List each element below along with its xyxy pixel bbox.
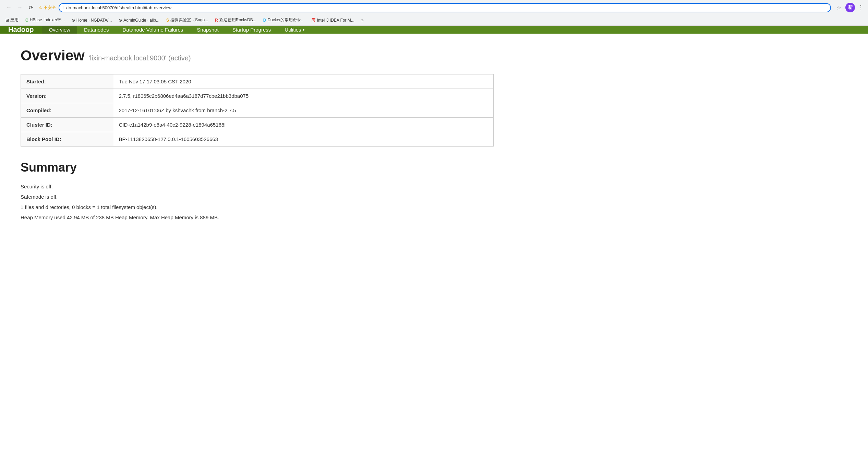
nav-items: Overview Datanodes Datanode Volume Failu… bbox=[42, 26, 311, 34]
bookmark-docker-label: Docker的常用命令... bbox=[267, 17, 304, 23]
browser-chrome: ← → ⟳ ⚠ 不安全 lixin-macbook.local:50070/df… bbox=[0, 0, 868, 26]
compiled-value: 2017-12-16T01:06Z by kshvachk from branc… bbox=[113, 103, 494, 118]
profile-initial: 新 bbox=[848, 4, 853, 11]
bookmark-hbase-label: HBase-Indexer环... bbox=[30, 17, 65, 23]
version-label: Version: bbox=[21, 89, 113, 103]
table-row: Cluster ID: CID-c1a142b9-e8a4-40c2-9228-… bbox=[21, 118, 494, 132]
adminguide-icon: ⊙ bbox=[119, 18, 122, 23]
started-label: Started: bbox=[21, 74, 113, 89]
bookmark-sogo[interactable]: S 搜狗实验室（Sogo... bbox=[165, 16, 209, 24]
browser-menu-button[interactable]: ⋮ bbox=[858, 4, 864, 11]
sogo-icon: S bbox=[166, 18, 169, 23]
summary-title: Summary bbox=[21, 160, 494, 175]
bookmark-ngdata[interactable]: ⊙ Home · NGDATA/... bbox=[70, 17, 113, 23]
address-bar[interactable]: lixin-macbook.local:50070/dfshealth.html… bbox=[59, 3, 831, 12]
intellij-icon: 简 bbox=[311, 17, 315, 23]
cluster-id-value: CID-c1a142b9-e8a4-40c2-9228-e1894a65168f bbox=[113, 118, 494, 132]
nav-item-overview[interactable]: Overview bbox=[42, 26, 77, 34]
bookmark-sogo-label: 搜狗实验室（Sogo... bbox=[170, 17, 208, 23]
bookmark-adminguide[interactable]: ⊙ AdminGuide · alib... bbox=[117, 17, 161, 23]
nav-item-utilities[interactable]: Utilities ▾ bbox=[278, 26, 311, 34]
summary-line-2: Safemode is off. bbox=[21, 192, 494, 202]
nav-item-datanodes[interactable]: Datanodes bbox=[77, 26, 116, 34]
bookmark-apps-label: 应用 bbox=[10, 17, 19, 23]
summary-line-3: 1 files and directories, 0 blocks = 1 to… bbox=[21, 202, 494, 212]
summary-line-1: Security is off. bbox=[21, 182, 494, 192]
table-row: Version: 2.7.5, r18065c2b6806ed4aa6a3187… bbox=[21, 89, 494, 103]
overview-subtitle: 'lixin-macbook.local:9000' (active) bbox=[89, 54, 191, 62]
url-text: lixin-macbook.local:50070/dfshealth.html… bbox=[63, 5, 826, 10]
back-button[interactable]: ← bbox=[4, 3, 14, 12]
table-row: Started: Tue Nov 17 17:03:05 CST 2020 bbox=[21, 74, 494, 89]
started-value: Tue Nov 17 17:03:05 CST 2020 bbox=[113, 74, 494, 89]
summary-section: Summary Security is off. Safemode is off… bbox=[21, 160, 494, 223]
bookmark-rocksdb-label: 欢迎使用RocksDB... bbox=[219, 17, 256, 23]
block-pool-id-label: Block Pool ID: bbox=[21, 132, 113, 147]
rocksdb-icon: R bbox=[215, 18, 218, 23]
bookmark-docker[interactable]: D Docker的常用命令... bbox=[262, 16, 306, 24]
nav-buttons: ← → ⟳ bbox=[4, 3, 36, 12]
utilities-dropdown-arrow: ▾ bbox=[303, 28, 304, 32]
compiled-label: Compiled: bbox=[21, 103, 113, 118]
nav-item-startup-progress[interactable]: Startup Progress bbox=[226, 26, 278, 34]
bookmark-star-button[interactable]: ☆ bbox=[836, 4, 841, 11]
security-indicator: ⚠ 不安全 bbox=[38, 5, 56, 11]
bookmark-apps[interactable]: ⊞ 应用 bbox=[4, 16, 20, 24]
security-label: 不安全 bbox=[44, 5, 56, 11]
page-heading: Overview 'lixin-macbook.local:9000' (act… bbox=[21, 47, 494, 64]
nav-item-datanode-volume-failures[interactable]: Datanode Volume Failures bbox=[116, 26, 190, 34]
table-row: Block Pool ID: BP-1113820658-127.0.0.1-1… bbox=[21, 132, 494, 147]
hadoop-brand: Hadoop bbox=[0, 26, 42, 34]
utilities-with-arrow: Utilities ▾ bbox=[285, 27, 304, 33]
brand-label: Hadoop bbox=[8, 26, 34, 34]
reload-button[interactable]: ⟳ bbox=[26, 3, 36, 12]
nav-item-snapshot[interactable]: Snapshot bbox=[190, 26, 225, 34]
forward-button[interactable]: → bbox=[15, 3, 25, 12]
profile-button[interactable]: 新 bbox=[845, 3, 855, 12]
hadoop-navbar: Hadoop Overview Datanodes Datanode Volum… bbox=[0, 26, 868, 34]
docker-icon: D bbox=[263, 18, 266, 23]
summary-line-4: Heap Memory used 42.94 MB of 238 MB Heap… bbox=[21, 212, 494, 223]
overview-table: Started: Tue Nov 17 17:03:05 CST 2020 Ve… bbox=[21, 74, 494, 147]
block-pool-id-value: BP-1113820658-127.0.0.1-1605603526663 bbox=[113, 132, 494, 147]
table-row: Compiled: 2017-12-16T01:06Z by kshvachk … bbox=[21, 103, 494, 118]
bookmark-ngdata-label: Home · NGDATA/... bbox=[76, 18, 112, 23]
hbase-icon: C bbox=[25, 18, 28, 23]
bookmarks-bar: ⊞ 应用 C HBase-Indexer环... ⊙ Home · NGDATA… bbox=[0, 15, 868, 25]
main-content: Overview 'lixin-macbook.local:9000' (act… bbox=[0, 34, 514, 236]
summary-content: Security is off. Safemode is off. 1 file… bbox=[21, 182, 494, 223]
warning-icon: ⚠ bbox=[38, 5, 42, 10]
apps-icon: ⊞ bbox=[5, 18, 9, 23]
cluster-id-label: Cluster ID: bbox=[21, 118, 113, 132]
bookmark-hbase[interactable]: C HBase-Indexer环... bbox=[24, 16, 66, 24]
bookmark-intellij[interactable]: 简 IntelliJ IDEA For M... bbox=[310, 16, 355, 24]
browser-toolbar: ← → ⟳ ⚠ 不安全 lixin-macbook.local:50070/df… bbox=[0, 0, 868, 15]
version-value: 2.7.5, r18065c2b6806ed4aa6a3187d77cbe21b… bbox=[113, 89, 494, 103]
overview-title: Overview bbox=[21, 47, 85, 64]
bookmark-adminguide-label: AdminGuide · alib... bbox=[123, 18, 159, 23]
bookmark-rocksdb[interactable]: R 欢迎使用RocksDB... bbox=[214, 16, 258, 24]
bookmark-overflow-label: » bbox=[361, 18, 364, 23]
bookmark-intellij-label: IntelliJ IDEA For M... bbox=[317, 18, 354, 23]
bookmark-overflow[interactable]: » bbox=[360, 17, 365, 23]
ngdata-icon: ⊙ bbox=[72, 18, 75, 23]
